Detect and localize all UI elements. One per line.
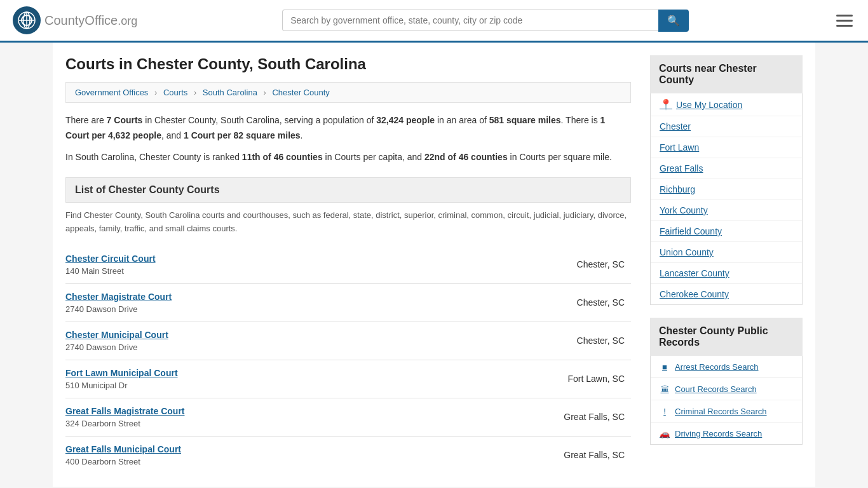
population: 32,424 people xyxy=(376,115,435,125)
rank-county: Chester County xyxy=(139,152,201,162)
pr-icon: 🏛 xyxy=(660,384,670,394)
court-item: Great Falls Magistrate Court 324 Dearbor… xyxy=(65,398,631,436)
pr-label: Arrest Records Search xyxy=(675,362,759,372)
nearby-item[interactable]: Great Falls xyxy=(651,158,802,179)
court-address: 324 Dearborn Street xyxy=(65,419,561,428)
list-header: List of Chester County Courts xyxy=(65,177,631,203)
rank-text: In South Carolina, Chester County is ran… xyxy=(65,150,631,165)
court-item: Chester Magistrate Court 2740 Dawson Dri… xyxy=(65,283,631,322)
nearby-item[interactable]: Union County xyxy=(651,242,802,263)
court-name[interactable]: Chester Magistrate Court xyxy=(65,292,574,302)
court-address: 400 Dearborn Street xyxy=(65,457,561,466)
breadcrumb-govt-offices[interactable]: Government Offices xyxy=(75,88,148,97)
breadcrumb: Government Offices › Courts › South Caro… xyxy=(65,82,631,103)
area: 581 square miles xyxy=(489,115,561,125)
court-city: Great Falls, SC xyxy=(564,412,631,422)
search-area: 🔍 xyxy=(282,10,689,32)
nearby-item[interactable]: York County xyxy=(651,200,802,221)
breadcrumb-state[interactable]: South Carolina xyxy=(203,88,257,97)
main-container: Courts in Chester County, South Carolina… xyxy=(53,43,815,487)
court-city: Chester, SC xyxy=(577,336,631,346)
search-icon: 🔍 xyxy=(667,15,680,26)
nearby-item[interactable]: Fort Lawn xyxy=(651,137,802,158)
nearby-list: 📍 Use My Location ChesterFort LawnGreat … xyxy=(650,93,803,305)
public-record-item[interactable]: 🚗 Driving Records Search xyxy=(651,423,802,444)
logo-name: CountyOffice xyxy=(44,13,118,27)
search-button[interactable]: 🔍 xyxy=(658,10,689,32)
stats-text: There are 7 Courts in Chester County, So… xyxy=(65,113,631,144)
nearby-item[interactable]: Lancaster County xyxy=(651,263,802,284)
use-my-location[interactable]: 📍 Use My Location xyxy=(651,93,802,116)
nearby-item[interactable]: Richburg xyxy=(651,179,802,200)
header: CountyOffice.org 🔍 xyxy=(0,0,868,43)
pr-label: Driving Records Search xyxy=(675,429,762,438)
hamburger-icon xyxy=(836,15,853,17)
court-city: Great Falls, SC xyxy=(564,450,631,460)
court-name[interactable]: Great Falls Municipal Court xyxy=(65,444,561,454)
county-name: Chester County, South Carolina xyxy=(154,115,280,125)
list-header-text: List of Chester County Courts xyxy=(75,184,220,195)
pr-items: ■ Arrest Records Search 🏛 Court Records … xyxy=(651,356,802,444)
public-records-title: Chester County Public Records xyxy=(650,318,803,356)
court-city: Fort Lawn, SC xyxy=(568,374,631,384)
logo-text: CountyOffice.org xyxy=(44,13,137,28)
public-record-item[interactable]: 🏛 Court Records Search xyxy=(651,378,802,400)
breadcrumb-county[interactable]: Chester County xyxy=(272,88,329,97)
court-name[interactable]: Chester Circuit Court xyxy=(65,254,574,264)
nearby-title: Courts near Chester County xyxy=(650,55,803,93)
court-item: Fort Lawn Municipal Court 510 Municipal … xyxy=(65,360,631,398)
sqmile-rank: 22nd of 46 counties xyxy=(424,152,508,162)
content-area: Courts in Chester County, South Carolina… xyxy=(65,55,631,474)
nearby-item[interactable]: Chester xyxy=(651,116,802,137)
court-count: 7 xyxy=(107,115,112,125)
logo-area: CountyOffice.org xyxy=(13,6,137,34)
sidebar: Courts near Chester County 📍 Use My Loca… xyxy=(650,55,803,474)
breadcrumb-courts[interactable]: Courts xyxy=(163,88,187,97)
capita-rank: 11th of 46 counties xyxy=(242,152,323,162)
hamburger-button[interactable] xyxy=(834,12,855,29)
court-city: Chester, SC xyxy=(577,297,631,308)
pr-label: Court Records Search xyxy=(675,384,757,394)
public-record-item[interactable]: ! Criminal Records Search xyxy=(651,400,802,423)
court-name[interactable]: Great Falls Magistrate Court xyxy=(65,406,561,416)
courts-list: Chester Circuit Court 140 Main Street Ch… xyxy=(65,246,631,474)
page-title: Courts in Chester County, South Carolina xyxy=(65,55,631,73)
court-address: 2740 Dawson Drive xyxy=(65,304,574,314)
public-record-item[interactable]: ■ Arrest Records Search xyxy=(651,356,802,378)
nearby-item[interactable]: Fairfield County xyxy=(651,221,802,242)
court-name[interactable]: Chester Municipal Court xyxy=(65,330,574,340)
court-item: Chester Municipal Court 2740 Dawson Driv… xyxy=(65,322,631,360)
public-records-list: ■ Arrest Records Search 🏛 Court Records … xyxy=(650,356,803,445)
pr-icon: ■ xyxy=(660,362,670,372)
nearby-items: ChesterFort LawnGreat FallsRichburgYork … xyxy=(651,116,802,304)
court-address: 510 Municipal Dr xyxy=(65,381,566,390)
use-location-label: Use My Location xyxy=(676,100,742,110)
list-description: Find Chester County, South Carolina cour… xyxy=(65,209,631,236)
search-input[interactable] xyxy=(282,10,658,31)
courts-label: Courts xyxy=(114,115,142,125)
court-address: 140 Main Street xyxy=(65,266,574,276)
nearby-section: Courts near Chester County 📍 Use My Loca… xyxy=(650,55,803,305)
location-icon: 📍 xyxy=(660,98,672,111)
court-item: Chester Circuit Court 140 Main Street Ch… xyxy=(65,246,631,283)
nearby-item[interactable]: Cherokee County xyxy=(651,284,802,304)
logo-suffix: .org xyxy=(118,15,137,27)
pr-icon: ! xyxy=(660,406,670,416)
court-city: Chester, SC xyxy=(577,259,631,269)
court-name[interactable]: Fort Lawn Municipal Court xyxy=(65,368,566,378)
pr-icon: 🚗 xyxy=(660,428,670,438)
rank-state: South Carolina xyxy=(76,152,135,162)
public-records-section: Chester County Public Records ■ Arrest R… xyxy=(650,318,803,445)
per-sqmile: 1 Court per 82 square miles xyxy=(184,130,301,140)
pr-label: Criminal Records Search xyxy=(675,407,767,416)
court-address: 2740 Dawson Drive xyxy=(65,342,574,352)
logo-icon xyxy=(13,6,41,34)
court-item: Great Falls Municipal Court 400 Dearborn… xyxy=(65,436,631,474)
